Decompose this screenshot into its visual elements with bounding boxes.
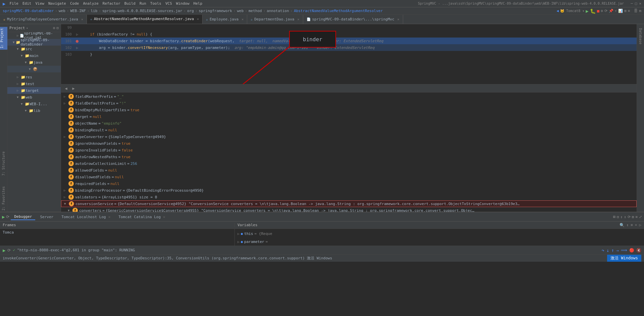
run-btn-top[interactable]: ▶ bbox=[586, 8, 588, 14]
more-actions[interactable]: ⚙⟳📌⚡📊⊞≡ bbox=[601, 9, 630, 13]
vars-filter-btn[interactable]: ≡ bbox=[631, 223, 633, 227]
debug-item-bindingresult[interactable]: ▷ f bindingResult = null bbox=[61, 127, 637, 133]
tree-item-webinf[interactable]: ▼ 📁 WEB-I... bbox=[7, 101, 61, 107]
debug-item-target[interactable]: ▷ f target = null bbox=[61, 113, 637, 120]
menu-navigate[interactable]: Navigate bbox=[48, 1, 66, 6]
menu-help[interactable]: Help bbox=[194, 1, 203, 6]
tree-item-pkg[interactable]: ▼ 📦 bbox=[7, 66, 61, 72]
menu-analyze[interactable]: Analyze bbox=[83, 1, 98, 6]
tab-springmvc09[interactable]: 📄 springMVC-09-dataBinder\...\springMvc … bbox=[303, 15, 403, 24]
breadcrumb-item-6[interactable]: org bbox=[187, 9, 194, 13]
database-tab[interactable]: Database bbox=[639, 27, 642, 46]
run-resume-btn[interactable]: ⟳ bbox=[7, 248, 11, 253]
run-green-btn[interactable]: ▶ bbox=[3, 248, 5, 253]
vars-search-btn[interactable]: 🔍 bbox=[620, 223, 625, 228]
debug-btn-top[interactable]: 🐛 bbox=[590, 8, 596, 14]
menu-code[interactable]: Code bbox=[70, 1, 79, 6]
debugger-restart-btn[interactable]: ⟳ bbox=[6, 214, 9, 219]
run-cursor-btn[interactable]: ⇢ bbox=[616, 248, 619, 253]
tree-item-web[interactable]: ▼ 📁 web bbox=[7, 94, 61, 101]
debug-forward-btn[interactable]: ▶ bbox=[70, 85, 76, 91]
layout-btn-5[interactable]: ⟳ bbox=[628, 215, 631, 219]
sidebar-sync[interactable]: ⊟ bbox=[56, 26, 59, 30]
debug-item-bindempty[interactable]: ▷ f bindEmptyMultipartFiles = true bbox=[61, 107, 637, 113]
project-tool-icon[interactable]: 1: Project bbox=[0, 27, 7, 50]
tree-item-main[interactable]: ▼ 📁 main bbox=[7, 52, 61, 59]
tab-abstractnmedvalue[interactable]: ☕ AbstractNamedValueMethodArgumentResolv… bbox=[87, 15, 203, 24]
window-controls[interactable]: ─ □ ✕ bbox=[631, 1, 641, 6]
vars-more-btn[interactable]: ▷ bbox=[639, 223, 641, 227]
close-tomcat-localhost[interactable]: ✕ bbox=[108, 215, 111, 219]
breadcrumb-item-11[interactable]: AbstractNamedValueMethodArgumentResolver bbox=[294, 9, 383, 13]
breadcrumb-item-9[interactable]: method bbox=[249, 9, 262, 13]
layout-btn-3[interactable]: ↕ bbox=[621, 215, 623, 219]
bottom-tab-tomcat-localhost[interactable]: Tomcat Localhost Log ✕ bbox=[58, 213, 114, 220]
menu-file[interactable]: File bbox=[9, 1, 18, 6]
bottom-tab-server[interactable]: Server bbox=[37, 213, 57, 220]
breadcrumb-item-4[interactable]: lib bbox=[91, 9, 97, 13]
vars-add-btn[interactable]: + bbox=[635, 223, 637, 227]
menu-edit[interactable]: Edit bbox=[22, 1, 32, 6]
tree-item-target[interactable]: ▷ 📁 target bbox=[7, 87, 61, 94]
step-over-btn[interactable]: ↷ bbox=[601, 248, 604, 253]
debug-item-converters-l1[interactable]: ▼ f converters = {GenericConversionServi… bbox=[61, 207, 637, 212]
stop-btn-top[interactable]: ■ bbox=[597, 9, 599, 13]
breadcrumb-item-7[interactable]: springframework bbox=[199, 9, 232, 13]
step-into-btn[interactable]: ↓ bbox=[606, 248, 609, 253]
menu-vcs[interactable]: VCS bbox=[165, 1, 172, 6]
breadcrumb-item-8[interactable]: web bbox=[237, 9, 244, 13]
maven-panel-icon[interactable]: m bbox=[639, 9, 641, 13]
tree-item-java[interactable]: ▼ 📁 java bbox=[7, 59, 61, 66]
mute-btn[interactable]: 🔇 bbox=[636, 248, 641, 253]
debug-item-autogrowlimit[interactable]: ▷ f autoGrowCollectionLimit = 256 bbox=[61, 160, 637, 167]
bottom-tab-tomcat-catalina[interactable]: Tomcat Catalina Log ✕ bbox=[115, 213, 168, 220]
tree-item-src[interactable]: ▼ 📁 src bbox=[7, 46, 61, 52]
tree-item-databinder[interactable]: ▼ 📁 springMVC-09-dataBinder bbox=[7, 39, 61, 46]
debug-back-btn[interactable]: ◀ bbox=[63, 85, 69, 91]
breadcrumb-item-1[interactable]: springMVC-09-dataBinder bbox=[3, 9, 54, 13]
debug-item-ignoreunknown[interactable]: ▷ f ignoreUnknownFields = true bbox=[61, 140, 637, 147]
menu-run[interactable]: Run bbox=[140, 1, 146, 6]
debugger-run-btn[interactable]: ▶ bbox=[2, 214, 5, 219]
menu-window[interactable]: Window bbox=[176, 1, 190, 6]
tree-item-lib[interactable]: ▼ 📁 lib bbox=[7, 107, 61, 114]
tab-mysringtoemploee[interactable]: ☕ MyStringToEmployeeConverter.java ✕ bbox=[0, 15, 87, 24]
vars-this-entry[interactable]: ▷ ● this = {Reque bbox=[237, 230, 272, 237]
layout-btn-4[interactable]: ↕ bbox=[624, 215, 626, 219]
menu-refactor[interactable]: Refactor bbox=[103, 1, 120, 6]
debug-item-conversionservice[interactable]: ▼ f conversionService = {DefaultConversi… bbox=[61, 200, 637, 207]
breadcrumb-item-5[interactable]: spring-web-4.0.0.RELEASE-sources.jar bbox=[102, 9, 182, 13]
expand-btn[interactable]: ⤢ bbox=[639, 215, 642, 219]
bottom-tab-debugger[interactable]: Debugger bbox=[11, 213, 35, 220]
debug-item-typeconverter[interactable]: ▷ f typeConverter = {SimpleTypeConverter… bbox=[61, 133, 637, 140]
layout-btn-7[interactable]: ≡ bbox=[635, 215, 638, 219]
debug-item-fieldmarkerprefix[interactable]: ▷ f fieldMarkerPrefix = "_" bbox=[61, 93, 637, 100]
structure-tool-icon[interactable]: 7: Structure bbox=[2, 150, 5, 177]
menu-view[interactable]: View bbox=[35, 1, 44, 6]
debug-item-validators[interactable]: ▷ f validators = {ArrayList@4951} size =… bbox=[61, 194, 637, 200]
favorites-tool-icon[interactable]: 2: Favorites bbox=[2, 185, 5, 212]
tree-item-test[interactable]: ▷ 📁 test bbox=[7, 80, 61, 87]
tab-departmentdao[interactable]: ☕ DepartmentDao.java ✕ bbox=[247, 15, 303, 24]
debug-item-bindingerror[interactable]: ▷ f bindingErrorProcessor = {DefaultBind… bbox=[61, 187, 637, 194]
layout-btn-2[interactable]: ⊟ bbox=[617, 215, 619, 219]
debug-item-allowedfields[interactable]: ▷ f allowedFields = null bbox=[61, 167, 637, 174]
navigate-back[interactable]: ◀ bbox=[556, 9, 559, 13]
menu-build[interactable]: Build bbox=[124, 1, 136, 6]
database-panel-icon[interactable]: 🗄 bbox=[634, 9, 638, 13]
breakpoints-btn[interactable]: 🔴 bbox=[629, 248, 634, 253]
layout-btn-6[interactable]: ⊞ bbox=[632, 215, 634, 219]
breadcrumb-item-10[interactable]: annotation bbox=[267, 9, 289, 13]
debug-item-objectname[interactable]: ▷ f objectName = "empinfo" bbox=[61, 120, 637, 127]
tab-employee[interactable]: ☕ Employee.java ✕ bbox=[203, 15, 247, 24]
step-out-btn[interactable]: ↑ bbox=[611, 248, 614, 253]
breadcrumb-item-2[interactable]: web bbox=[59, 9, 65, 13]
vars-parameter-entry[interactable]: ▷ ● parameter = bbox=[237, 238, 272, 245]
menu-tools[interactable]: Tools bbox=[150, 1, 161, 6]
tree-item-res[interactable]: ▷ 📁 res bbox=[7, 74, 61, 80]
debug-item-autogrownestedpaths[interactable]: ▷ f autoGrowNestedPaths = true bbox=[61, 153, 637, 160]
windows-activate[interactable]: 激活 Windows bbox=[607, 255, 641, 262]
layout-btn-1[interactable]: ⊞ bbox=[613, 214, 615, 219]
debug-item-fielddefaultprefix[interactable]: ▷ f fieldDefaultPrefix = "!" bbox=[61, 100, 637, 107]
debug-item-requiredfields[interactable]: ▷ f requiredFields = null bbox=[61, 180, 637, 187]
